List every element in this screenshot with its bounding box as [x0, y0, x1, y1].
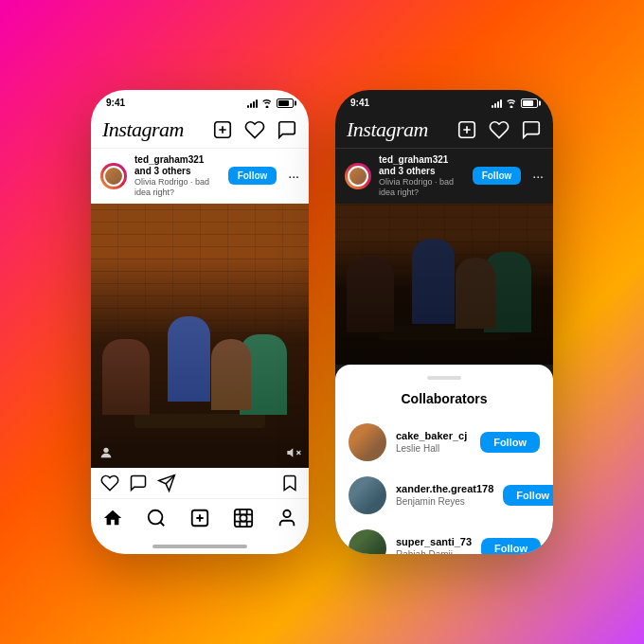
like-icon[interactable]	[100, 474, 119, 492]
post-avatar-dark[interactable]	[345, 163, 371, 189]
profile-pic-indicator	[98, 445, 114, 460]
instagram-header-light: Instagram	[91, 112, 309, 149]
post-user-info-light: ted_graham321 and 3 others Olivia Rodrig…	[134, 154, 221, 198]
svg-point-3	[103, 448, 108, 453]
nav-add-icon[interactable]	[188, 507, 211, 529]
svg-point-9	[149, 510, 163, 525]
home-indicator-light	[152, 545, 247, 548]
sheet-handle	[427, 376, 461, 380]
post-actions-light	[91, 468, 309, 498]
nav-reels-icon[interactable]	[232, 507, 255, 529]
collaborator-item-1: cake_baker_cj Leslie Hall Follow	[335, 416, 553, 469]
follow-collab-2-button[interactable]: Follow	[503, 485, 553, 506]
collab-info-3: super_santi_73 Rabiah Damji	[396, 535, 472, 554]
collab-username-1: cake_baker_cj	[396, 429, 471, 442]
status-bar-light: 9:41	[91, 90, 309, 112]
time-dark: 9:41	[350, 98, 369, 108]
follow-collab-1-button[interactable]: Follow	[480, 432, 540, 453]
post-header-dark: ted_graham321 and 3 others Olivia Rodrig…	[335, 149, 553, 204]
header-icons-light	[212, 119, 297, 140]
nav-home-icon[interactable]	[101, 507, 124, 529]
heart-nav-icon[interactable]	[244, 119, 265, 140]
collab-username-3: super_santi_73	[396, 535, 472, 548]
instagram-header-dark: Instagram	[335, 112, 553, 149]
time-light: 9:41	[106, 98, 125, 108]
collab-info-2: xander.the.great178 Benjamin Reyes	[396, 482, 493, 508]
nav-profile-icon[interactable]	[276, 507, 298, 529]
phone-light: 9:41 Instagram	[91, 90, 309, 554]
post-username-light: ted_graham321 and 3 others	[134, 154, 221, 177]
more-options-icon-dark[interactable]: ···	[532, 169, 544, 184]
messenger-icon[interactable]	[277, 119, 297, 140]
collab-name-1: Leslie Hall	[396, 442, 471, 455]
post-caption-dark: Olivia Rodrigo · bad idea right?	[379, 177, 465, 198]
svg-marker-4	[287, 448, 293, 456]
collab-name-3: Rabiah Damji	[396, 548, 472, 554]
wifi-icon	[261, 98, 273, 108]
post-image-light	[91, 204, 309, 468]
heart-nav-icon-dark[interactable]	[489, 119, 510, 140]
phone-dark: 9:41 Instagram	[335, 90, 553, 554]
add-post-icon-dark[interactable]	[456, 119, 477, 140]
more-options-icon-light[interactable]: ···	[288, 169, 299, 184]
collab-name-2: Benjamin Reyes	[396, 495, 493, 508]
wifi-icon-dark	[506, 98, 517, 108]
add-post-icon[interactable]	[212, 119, 233, 140]
post-header-light: ted_graham321 and 3 others Olivia Rodrig…	[91, 149, 309, 204]
share-icon[interactable]	[157, 474, 176, 492]
collab-avatar-1[interactable]	[349, 423, 386, 461]
post-avatar-light[interactable]	[100, 163, 127, 189]
svg-point-15	[240, 514, 246, 521]
svg-line-10	[160, 522, 164, 526]
signal-icon-dark	[492, 98, 502, 108]
comment-icon[interactable]	[129, 474, 148, 492]
messenger-icon-dark[interactable]	[521, 119, 542, 140]
instagram-logo-dark: Instagram	[347, 117, 428, 142]
follow-button-light[interactable]: Follow	[228, 167, 277, 185]
post-username-dark: ted_graham321 and 3 others	[379, 154, 465, 177]
svg-rect-14	[235, 510, 252, 527]
header-icons-dark	[456, 119, 542, 140]
follow-button-dark[interactable]: Follow	[473, 167, 522, 185]
signal-icon	[247, 98, 258, 108]
battery-icon	[277, 98, 294, 108]
bottom-nav-light	[91, 498, 309, 541]
collab-username-2: xander.the.great178	[396, 482, 493, 495]
sheet-title: Collaborators	[335, 391, 553, 406]
collaborator-item-2: xander.the.great178 Benjamin Reyes Follo…	[335, 469, 553, 522]
collab-avatar-2[interactable]	[349, 476, 386, 514]
post-caption-light: Olivia Rodrigo · bad idea right?	[134, 177, 221, 198]
collaborators-sheet: Collaborators cake_baker_cj Leslie Hall …	[335, 365, 553, 554]
post-user-info-dark: ted_graham321 and 3 others Olivia Rodrig…	[379, 154, 465, 198]
collab-avatar-3[interactable]	[349, 529, 386, 554]
status-icons-dark	[492, 98, 538, 108]
bookmark-icon[interactable]	[280, 474, 299, 492]
post-image-dark	[335, 204, 553, 365]
instagram-logo-light: Instagram	[102, 117, 184, 142]
svg-point-22	[283, 510, 290, 517]
volume-icon[interactable]	[286, 445, 301, 460]
follow-collab-3-button[interactable]: Follow	[481, 538, 541, 554]
collaborator-item-3: super_santi_73 Rabiah Damji Follow	[335, 522, 553, 554]
status-icons-light	[247, 98, 294, 108]
status-bar-dark: 9:41	[335, 90, 553, 112]
nav-search-icon[interactable]	[145, 507, 168, 529]
collab-info-1: cake_baker_cj Leslie Hall	[396, 429, 471, 455]
battery-icon-dark	[521, 98, 538, 108]
